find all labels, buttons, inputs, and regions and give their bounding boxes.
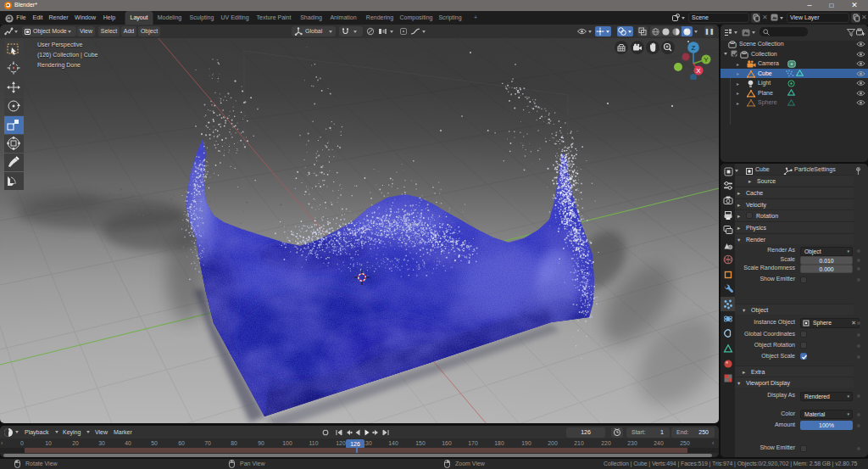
svg-text:Y: Y (704, 56, 709, 64)
svg-text:Z: Z (692, 44, 696, 52)
svg-text:X: X (696, 67, 701, 75)
